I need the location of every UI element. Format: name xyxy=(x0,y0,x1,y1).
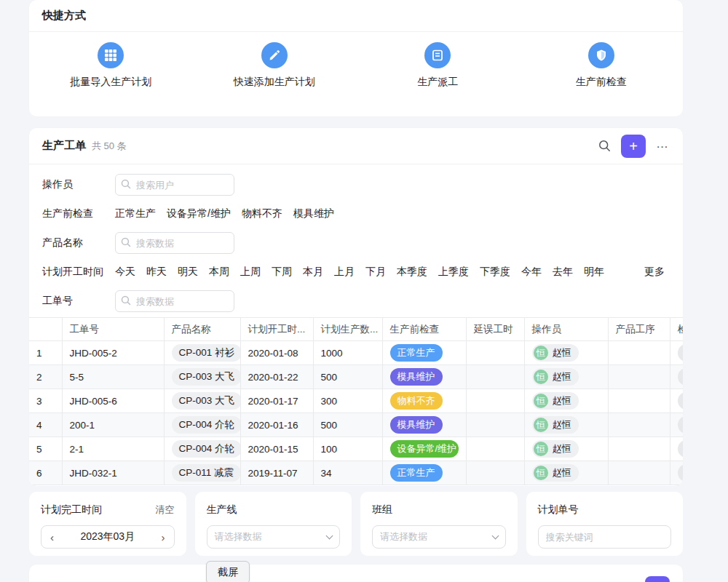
time-option[interactable]: 昨天 xyxy=(146,266,167,279)
time-option[interactable]: 明天 xyxy=(178,266,198,279)
order-no-cell: 5-5 xyxy=(62,365,164,389)
filter-product-name: 产品名称 xyxy=(42,228,683,258)
pre-check-option[interactable]: 设备异常/维护 xyxy=(167,207,231,220)
row-number: 6 xyxy=(29,461,62,485)
time-option[interactable]: 下周 xyxy=(272,266,292,279)
team-select[interactable]: 请选择数据 xyxy=(372,525,506,549)
operator-tag: 恒赵恒 xyxy=(532,440,579,458)
avatar xyxy=(678,464,684,482)
table-row[interactable]: 6 JHD-032-1 CP-011 减震 2019-11-07 34 正常生产… xyxy=(29,461,683,485)
process-cell xyxy=(608,365,670,389)
bottom-filter-row: 计划完工时间 清空 ‹ 2023年03月 › 生产线 请选择数据 班组 请选择数… xyxy=(29,492,683,556)
shortcut-quick-add[interactable]: 快速添加生产计划 xyxy=(193,42,357,89)
shortcut-label: 批量导入生产计划 xyxy=(70,76,151,89)
process-cell xyxy=(608,341,670,365)
production-line-select[interactable]: 请选择数据 xyxy=(207,525,341,549)
qty-cell: 1000 xyxy=(313,341,382,365)
avatar xyxy=(678,416,684,434)
chevron-right-icon[interactable]: › xyxy=(162,532,165,543)
time-option[interactable]: 去年 xyxy=(553,266,573,279)
shortcut-label: 生产派工 xyxy=(417,76,458,89)
process-cell xyxy=(608,389,670,413)
product-name-search-input[interactable] xyxy=(115,232,234,254)
inspector-cell xyxy=(670,341,683,365)
operator-cell: 恒赵恒 xyxy=(524,437,608,461)
time-option[interactable]: 本月 xyxy=(303,266,323,279)
shortcuts-card: 快捷方式 批量导入生产计划 快速添加生产计划 生产派工 xyxy=(29,0,683,116)
operator-cell: 恒赵恒 xyxy=(524,389,608,413)
product-cell: CP-003 大飞 xyxy=(164,389,240,413)
time-option[interactable]: 本季度 xyxy=(397,266,427,279)
order-no-search-input[interactable] xyxy=(115,290,234,312)
filter-operator: 操作员 xyxy=(42,170,683,199)
screenshot-button[interactable]: 截屏 xyxy=(206,561,250,582)
time-option[interactable]: 本周 xyxy=(209,266,229,279)
add-plan-button[interactable]: + xyxy=(645,576,670,582)
col-start-date: 计划开工时... xyxy=(240,318,313,341)
delay-cell xyxy=(466,389,524,413)
avatar xyxy=(678,392,684,410)
table-row[interactable]: 2 5-5 CP-003 大飞 2020-01-22 500 模具维护 恒赵恒 xyxy=(29,365,683,389)
pre-check-option[interactable]: 物料不齐 xyxy=(242,207,282,220)
process-cell xyxy=(608,413,670,437)
pre-check-option[interactable]: 模具维护 xyxy=(293,207,334,220)
plan-finish-time-card: 计划完工时间 清空 ‹ 2023年03月 › xyxy=(29,492,186,556)
time-option[interactable]: 上月 xyxy=(334,266,355,279)
shortcut-dispatch[interactable]: 生产派工 xyxy=(356,42,520,89)
shortcut-label: 生产前检查 xyxy=(576,76,627,89)
filter-label: 计划开工时间 xyxy=(42,266,115,279)
table-row[interactable]: 5 2-1 CP-004 介轮 2020-01-15 100 设备异常/维护 恒… xyxy=(29,437,683,461)
filter-pre-check: 生产前检查 正常生产 设备异常/维护 物料不齐 模具维护 xyxy=(42,199,683,228)
work-orders-filters: 操作员 生产前检查 正常生产 设备异常/维护 物料不齐 模具维护 xyxy=(29,164,683,316)
status-badge: 正常生产 xyxy=(390,464,443,482)
col-row-number xyxy=(29,318,62,341)
table-row[interactable]: 4 200-1 CP-004 介轮 2020-01-16 500 模具维护 恒赵… xyxy=(29,413,683,437)
qty-cell: 300 xyxy=(313,389,382,413)
filter-label: 产品名称 xyxy=(42,236,115,250)
start-date-cell: 2020-01-17 xyxy=(240,389,313,413)
add-work-order-button[interactable]: + xyxy=(621,135,646,158)
filter-label: 生产前检查 xyxy=(42,207,115,220)
inspector-cell xyxy=(670,389,683,413)
pencil-icon xyxy=(261,42,288,68)
col-operator: 操作员 xyxy=(524,318,608,341)
order-no-cell: 200-1 xyxy=(62,413,164,437)
product-tag: CP-003 大飞 xyxy=(172,368,241,386)
shortcut-pre-check[interactable]: 生产前检查 xyxy=(520,42,684,89)
row-number: 3 xyxy=(29,389,62,413)
clear-button[interactable]: 清空 xyxy=(156,503,175,517)
shortcut-batch-import[interactable]: 批量导入生产计划 xyxy=(29,42,193,89)
product-cell: CP-004 介轮 xyxy=(164,437,240,461)
order-no-cell: 2-1 xyxy=(62,437,164,461)
filter-plan-start-time: 计划开工时间 今天 昨天 明天 本周 上周 下周 本月 上月 下月 本季度 上季… xyxy=(42,258,683,287)
time-option[interactable]: 上季度 xyxy=(438,266,469,279)
shield-icon xyxy=(588,42,614,68)
table-row[interactable]: 3 JHD-005-6 CP-003 大飞 2020-01-17 300 物料不… xyxy=(29,389,683,413)
pre-check-option[interactable]: 正常生产 xyxy=(115,207,156,220)
row-number: 4 xyxy=(29,413,62,437)
time-option[interactable]: 今天 xyxy=(115,266,135,279)
time-option[interactable]: 下季度 xyxy=(480,266,510,279)
process-cell xyxy=(608,461,670,485)
start-date-cell: 2020-01-15 xyxy=(240,437,313,461)
status-cell: 正常生产 xyxy=(382,461,466,485)
table-row[interactable]: 1 JHD-005-2 CP-001 衬衫 2020-01-08 1000 正常… xyxy=(29,341,683,365)
avatar: 恒 xyxy=(534,370,548,384)
calendar-icon xyxy=(424,42,451,68)
avatar: 恒 xyxy=(534,466,548,480)
time-option[interactable]: 上周 xyxy=(240,266,261,279)
col-pre-check: 生产前检查 xyxy=(382,318,466,341)
time-option[interactable]: 今年 xyxy=(521,266,542,279)
time-option[interactable]: 明年 xyxy=(584,266,604,279)
operator-search-input[interactable] xyxy=(115,174,234,196)
start-date-cell: 2020-01-16 xyxy=(240,413,313,437)
time-more-option[interactable]: 更多 xyxy=(644,266,665,279)
search-icon[interactable] xyxy=(598,140,611,152)
avatar xyxy=(678,344,684,362)
operator-cell: 恒赵恒 xyxy=(524,365,608,389)
month-value[interactable]: 2023年03月 xyxy=(54,530,162,543)
time-option[interactable]: 下月 xyxy=(365,266,386,279)
more-icon[interactable]: … xyxy=(656,137,670,156)
search-icon xyxy=(121,237,131,250)
plan-no-search-input[interactable] xyxy=(538,525,672,549)
